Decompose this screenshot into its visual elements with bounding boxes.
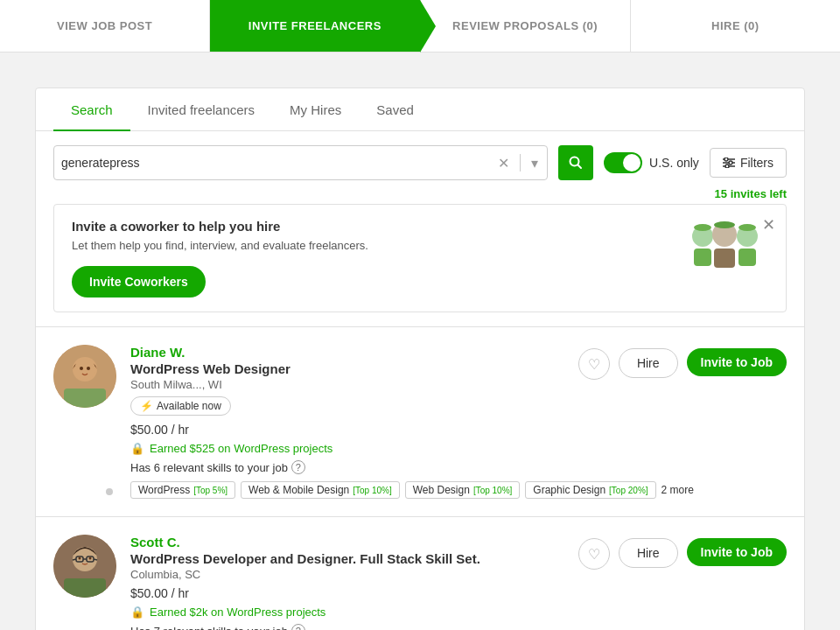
svg-point-16 [714, 221, 735, 228]
diane-actions: ♡ Hire Invite to Job [578, 345, 787, 380]
help-icon-scott[interactable]: ? [291, 624, 305, 630]
diane-title: WordPress Web Designer [130, 361, 290, 376]
invites-suffix: invites left [727, 187, 787, 200]
banner-content: Invite a coworker to help you hire Let t… [72, 219, 368, 298]
us-only-toggle[interactable] [604, 152, 642, 173]
nav-step-invite-freelancers[interactable]: INVITE FREELANCERS [209, 0, 419, 52]
banner-illustration [681, 219, 768, 280]
svg-rect-33 [64, 578, 106, 598]
scott-earned: 🔒 Earned $2k on WordPress projects [130, 606, 787, 619]
filters-button[interactable]: Filters [710, 148, 787, 178]
divider [520, 154, 521, 172]
diane-header: Diane W. WordPress Web Designer South Mi… [130, 345, 787, 423]
nav-step-review-proposals[interactable]: REVIEW PROPOSALS (0) [420, 0, 630, 52]
scott-title: WordPress Developer and Designer. Full S… [130, 551, 480, 566]
filters-icon [723, 158, 735, 168]
diane-invite-button[interactable]: Invite to Job [687, 348, 787, 376]
verified-icon-scott: 🔒 [130, 606, 144, 619]
scott-hire-button[interactable]: Hire [619, 538, 678, 568]
svg-point-32 [89, 557, 92, 560]
scott-header: Scott C. WordPress Developer and Designe… [130, 535, 787, 586]
tab-saved[interactable]: Saved [359, 88, 431, 131]
more-skills-diane[interactable]: 2 more [662, 484, 694, 496]
dropdown-arrow-icon[interactable]: ▾ [529, 155, 540, 172]
svg-point-15 [738, 224, 756, 231]
tab-my-hires[interactable]: My Hires [272, 88, 359, 131]
invite-coworkers-button[interactable]: Invite Coworkers [72, 266, 206, 298]
svg-point-6 [729, 161, 732, 164]
svg-point-19 [74, 359, 95, 380]
scott-avatar [53, 535, 116, 598]
svg-line-30 [94, 559, 97, 560]
skill-tag[interactable]: Graphic Design [Top 20%] [525, 481, 655, 499]
svg-rect-13 [738, 248, 756, 266]
banner-description: Let them help you find, interview, and e… [72, 239, 368, 252]
search-button[interactable] [558, 145, 593, 180]
diane-avatar [53, 345, 116, 408]
diane-online-dot [104, 486, 115, 497]
scott-relevant-skills: Has 7 relevant skills to your job ? [130, 624, 787, 630]
top-navigation: VIEW JOB POST INVITE FREELANCERS REVIEW … [0, 0, 840, 52]
nav-step-view-job-post[interactable]: VIEW JOB POST [0, 0, 209, 52]
svg-point-14 [694, 224, 711, 231]
main-container: Search Invited freelancers My Hires Save… [35, 88, 805, 630]
search-icon [569, 156, 583, 170]
us-only-toggle-wrap: U.S. only [604, 152, 699, 173]
search-input-icons: ✕ ▾ [496, 154, 540, 172]
diane-hire-button[interactable]: Hire [619, 348, 678, 378]
svg-rect-22 [64, 388, 106, 408]
svg-line-29 [73, 559, 76, 560]
skill-tag[interactable]: Web Design [Top 10%] [405, 481, 521, 499]
svg-point-21 [87, 367, 90, 370]
diane-location: South Milwa..., WI [130, 378, 290, 391]
diane-available-badge: ⚡ Available now [130, 396, 231, 416]
diane-relevant-skills: Has 6 relevant skills to your job ? [130, 460, 787, 474]
scott-name[interactable]: Scott C. [130, 535, 480, 550]
scott-invite-button[interactable]: Invite to Job [687, 538, 787, 566]
search-input[interactable] [61, 156, 496, 170]
diane-avatar-wrap [53, 345, 116, 499]
diane-details: Diane W. WordPress Web Designer South Mi… [130, 345, 290, 423]
scott-rate: $50.00 / hr [130, 586, 787, 600]
tab-invited-freelancers[interactable]: Invited freelancers [130, 88, 273, 131]
diane-save-button[interactable]: ♡ [578, 348, 610, 380]
invite-coworker-banner: Invite a coworker to help you hire Let t… [53, 204, 787, 312]
scott-save-button[interactable]: ♡ [578, 538, 610, 570]
invites-left: 15 invites left [36, 180, 804, 204]
coworker-illustration [681, 219, 768, 280]
lightning-icon: ⚡ [140, 400, 153, 412]
invites-count: 15 [715, 187, 727, 200]
svg-point-5 [724, 158, 728, 161]
close-icon: ✕ [762, 216, 775, 234]
us-only-label: U.S. only [649, 156, 699, 170]
filters-label: Filters [740, 156, 774, 170]
search-section: ✕ ▾ U.S. only [36, 131, 804, 180]
svg-rect-11 [714, 248, 735, 268]
scott-info: Scott C. WordPress Developer and Designe… [130, 535, 787, 630]
diane-rate: $50.00 / hr [130, 423, 787, 437]
scott-avatar-wrap [53, 535, 116, 630]
freelancer-card-scott: Scott C. WordPress Developer and Designe… [36, 516, 804, 630]
banner-close-button[interactable]: ✕ [762, 215, 775, 234]
svg-point-20 [80, 367, 83, 370]
svg-rect-9 [694, 248, 711, 266]
scott-actions: ♡ Hire Invite to Job [578, 535, 787, 570]
help-icon[interactable]: ? [291, 460, 305, 474]
svg-line-1 [578, 165, 582, 169]
diane-skills-tags: WordPress [Top 5%] Web & Mobile Design [… [130, 481, 787, 499]
diane-earned: 🔒 Earned $525 on WordPress projects [130, 442, 787, 455]
scott-details: Scott C. WordPress Developer and Designe… [130, 535, 480, 586]
banner-title: Invite a coworker to help you hire [72, 219, 368, 234]
diane-info: Diane W. WordPress Web Designer South Mi… [130, 345, 787, 499]
clear-search-icon[interactable]: ✕ [496, 155, 511, 172]
nav-step-hire[interactable]: HIRE (0) [630, 0, 840, 52]
skill-tag[interactable]: Web & Mobile Design [Top 10%] [241, 481, 400, 499]
tab-search[interactable]: Search [53, 88, 130, 131]
diane-name[interactable]: Diane W. [130, 345, 290, 360]
tabs-bar: Search Invited freelancers My Hires Save… [36, 88, 804, 131]
search-input-wrap: ✕ ▾ [53, 145, 548, 180]
verified-icon: 🔒 [130, 442, 144, 455]
skill-tag[interactable]: WordPress [Top 5%] [130, 481, 235, 499]
freelancer-card-diane: Diane W. WordPress Web Designer South Mi… [36, 326, 804, 516]
svg-point-31 [79, 557, 81, 560]
